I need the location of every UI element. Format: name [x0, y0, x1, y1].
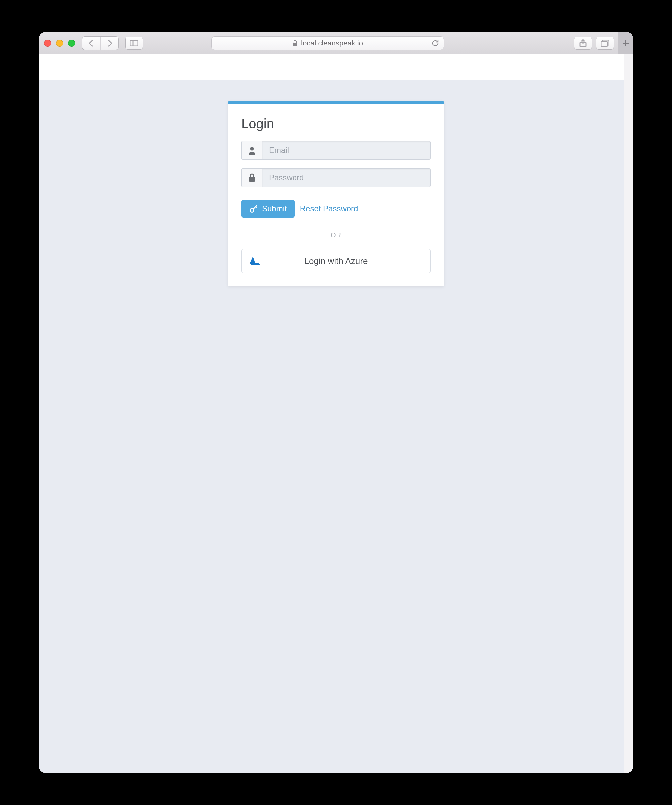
lock-icon	[292, 40, 298, 46]
toolbar-right	[574, 32, 628, 54]
window-minimize-button[interactable]	[56, 39, 63, 47]
svg-point-8	[250, 147, 254, 151]
nav-buttons	[82, 36, 118, 50]
new-tab-button[interactable]	[618, 32, 633, 54]
svg-line-12	[256, 207, 257, 208]
address-bar[interactable]: local.cleanspeak.io	[212, 36, 444, 50]
vertical-scrollbar[interactable]	[624, 54, 633, 773]
window-maximize-button[interactable]	[68, 39, 76, 47]
oauth-label: Login with Azure	[242, 256, 430, 266]
share-button[interactable]	[574, 36, 592, 50]
password-field-row	[242, 168, 430, 187]
forward-button[interactable]	[100, 36, 118, 50]
email-field-row	[242, 141, 430, 160]
submit-button[interactable]: Submit	[242, 200, 295, 217]
window-close-button[interactable]	[44, 39, 51, 47]
login-title: Login	[242, 116, 430, 131]
browser-window: local.cleanspeak.io Login	[39, 32, 633, 773]
divider-label: OR	[331, 232, 341, 239]
browser-toolbar: local.cleanspeak.io	[39, 32, 633, 54]
divider: OR	[242, 232, 430, 239]
url-text: local.cleanspeak.io	[301, 39, 363, 48]
window-controls	[44, 39, 76, 47]
svg-rect-9	[249, 177, 255, 182]
tabs-button[interactable]	[596, 36, 614, 50]
content-area: Login Submi	[39, 80, 633, 773]
login-actions: Submit Reset Password	[242, 200, 430, 217]
email-input[interactable]	[262, 141, 430, 160]
svg-rect-5	[601, 41, 607, 46]
login-with-azure-button[interactable]: Login with Azure	[242, 249, 430, 273]
key-icon	[249, 204, 258, 213]
user-icon	[242, 141, 262, 160]
sidebar-toggle-button[interactable]	[125, 36, 143, 50]
login-card: Login Submi	[228, 101, 444, 286]
app-header	[39, 54, 633, 80]
svg-rect-0	[130, 40, 138, 46]
svg-rect-2	[293, 43, 297, 46]
refresh-icon[interactable]	[432, 39, 439, 47]
submit-label: Submit	[262, 204, 287, 213]
lock-icon	[242, 168, 262, 187]
reset-password-link[interactable]: Reset Password	[300, 204, 358, 213]
back-button[interactable]	[82, 36, 100, 50]
password-input[interactable]	[262, 168, 430, 187]
svg-point-10	[250, 209, 254, 212]
